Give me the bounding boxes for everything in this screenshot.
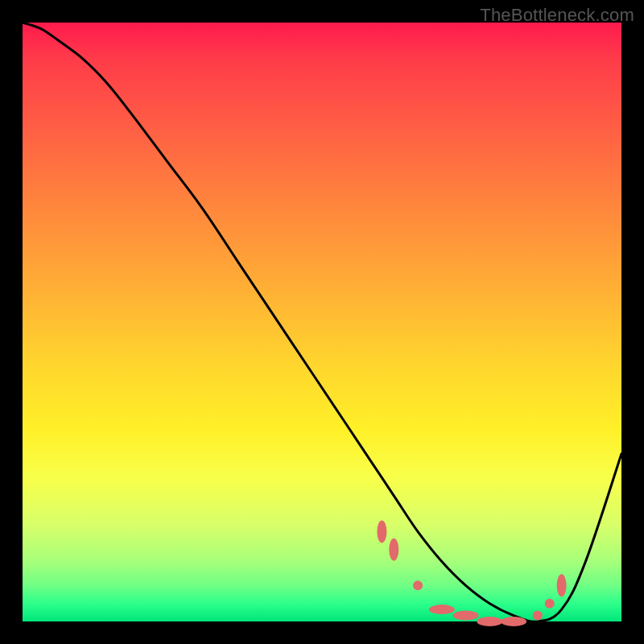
curve-marker bbox=[477, 617, 502, 626]
curve-svg bbox=[23, 23, 621, 621]
curve-marker bbox=[501, 617, 526, 626]
bottleneck-curve bbox=[23, 23, 621, 621]
curve-marker bbox=[413, 580, 423, 590]
watermark-text: TheBottleneck.com bbox=[480, 5, 634, 26]
plot-area bbox=[23, 23, 621, 621]
chart-frame: TheBottleneck.com bbox=[0, 0, 644, 644]
markers-group bbox=[377, 520, 566, 626]
curve-marker bbox=[453, 611, 479, 621]
curve-marker bbox=[389, 539, 398, 561]
curve-marker bbox=[377, 520, 386, 543]
curve-marker bbox=[429, 605, 455, 614]
curve-marker bbox=[557, 574, 567, 597]
curve-marker bbox=[545, 599, 555, 609]
curve-marker bbox=[533, 611, 543, 621]
